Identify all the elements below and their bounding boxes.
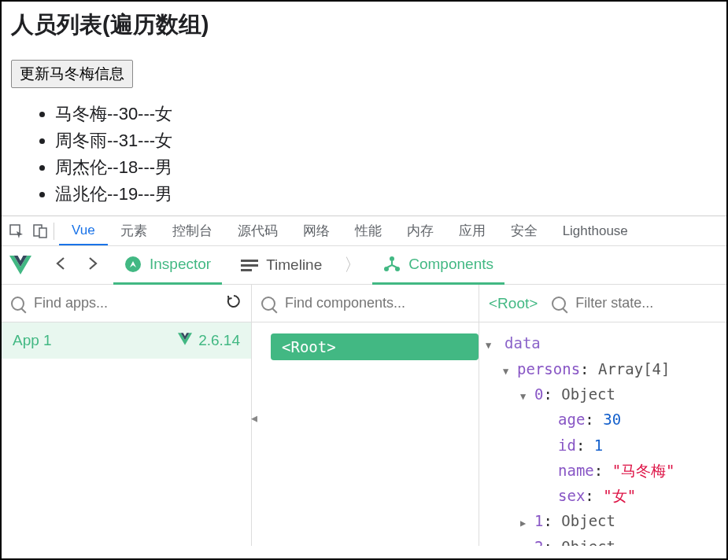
svg-rect-5 [241,264,258,267]
vue-logo-icon [9,255,31,275]
vue-tab-components[interactable]: Components [372,247,504,285]
component-tree-panel: <Root> ◂ [252,285,479,546]
list-item: 周冬雨--31---女 [55,127,717,154]
state-key: id [558,437,576,454]
state-value: 30 [603,411,621,428]
search-icon [11,297,24,311]
state-value: "马冬梅" [612,462,675,479]
apps-search-input[interactable] [32,294,218,312]
search-icon [261,297,275,311]
state-type: Array[4] [598,360,671,378]
timeline-icon [241,258,258,272]
caret-icon[interactable] [520,381,534,407]
state-key: persons [517,360,580,378]
vue-devtools-header: Inspector Timeline 〉 Components [2,245,726,285]
state-type: Object [561,538,615,547]
devtools-tabstrip: Vue 元素 控制台 源代码 网络 性能 内存 应用 安全 Lighthouse [2,216,726,245]
components-search-input[interactable] [283,294,469,312]
components-icon [383,256,401,273]
compass-icon [124,256,142,273]
apps-search-row [2,285,251,322]
state-key: sex [558,487,585,504]
state-key: 1 [534,512,543,529]
state-value: 1 [594,437,603,454]
list-item: 马冬梅--30---女 [55,101,717,127]
inspect-element-icon[interactable] [5,224,28,238]
vue-tab-inspector[interactable]: Inspector [113,247,222,285]
caret-icon[interactable] [520,508,534,533]
vue-version: 2.6.14 [198,332,240,349]
svg-rect-2 [39,228,46,238]
chevron-right-icon: 〉 [341,253,364,277]
tab-application[interactable]: 应用 [446,216,498,245]
state-type: Object [561,512,615,529]
vue-tab-timeline[interactable]: Timeline [230,246,333,284]
update-button[interactable]: 更新马冬梅信息 [11,60,133,88]
device-toggle-icon[interactable] [28,224,52,238]
state-search-row: <Root> [479,285,728,322]
app-list-item[interactable]: App 1 2.6.14 [2,322,251,359]
tab-vue[interactable]: Vue [59,216,108,245]
tab-elements[interactable]: 元素 [108,216,160,245]
refresh-icon[interactable] [226,293,242,313]
state-key: name [558,462,594,479]
svg-rect-4 [241,260,258,262]
list-item: 周杰伦--18---男 [55,154,717,181]
person-list: 马冬梅--30---女 周冬雨--31---女 周杰伦--18---男 温兆伦-… [11,101,717,208]
panel-collapse-handle-icon[interactable]: ◂ [251,411,257,426]
page-title: 人员列表(遍历数组) [11,9,717,41]
app-page: 人员列表(遍历数组) 更新马冬梅信息 马冬梅--30---女 周冬雨--31--… [2,2,726,216]
vue-tab-label: Inspector [150,256,211,273]
search-icon [552,297,566,311]
state-value: "女" [603,487,636,504]
apps-panel: App 1 2.6.14 [2,285,252,546]
tab-memory[interactable]: 内存 [394,216,446,245]
state-key: 2 [534,538,543,547]
list-item: 温兆伦--19---男 [55,181,717,208]
svg-rect-6 [241,269,252,271]
vue-logo-small-icon [178,332,192,349]
state-section-data: data [500,334,541,352]
vue-tab-label: Timeline [266,256,322,274]
state-type: Object [561,385,615,403]
components-search-row [252,285,479,322]
state-filter-input[interactable] [574,294,728,312]
tab-performance[interactable]: 性能 [342,216,394,245]
svg-point-7 [390,256,394,261]
state-tree: data persons: Array[4] 0: Object age: 30… [479,322,728,546]
nav-back-icon[interactable] [54,256,69,275]
vue-tab-label: Components [408,256,493,273]
caret-icon[interactable] [486,330,500,356]
divider [54,223,54,240]
caret-icon[interactable] [520,534,534,547]
app-name: App 1 [13,332,52,349]
component-tree-root[interactable]: <Root> [271,333,479,360]
state-key: age [558,411,585,428]
nav-forward-icon[interactable] [85,256,101,275]
tab-console[interactable]: 控制台 [160,216,225,245]
tab-network[interactable]: 网络 [290,216,342,245]
tab-sources[interactable]: 源代码 [225,216,290,245]
tab-security[interactable]: 安全 [498,216,550,245]
state-panel: <Root> data persons: Array[4] 0: Object … [479,285,728,546]
tab-lighthouse[interactable]: Lighthouse [550,216,641,245]
caret-icon[interactable] [503,356,517,381]
state-key: 0 [534,385,543,403]
breadcrumb-root: <Root> [489,295,538,312]
vue-devtools-body: App 1 2.6.14 <Root> ◂ <Root> data person… [2,285,726,546]
